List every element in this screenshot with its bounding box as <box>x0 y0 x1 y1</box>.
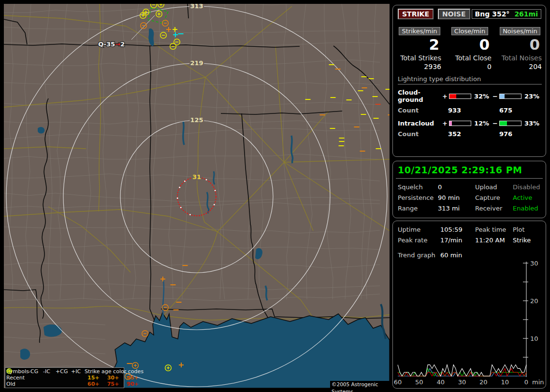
legend-age-row: 15+30+45+ <box>85 375 144 381</box>
bearing-label: Bng 352° <box>475 10 510 18</box>
lightning-distribution: Lightning type distribution Cloud-ground… <box>393 70 546 138</box>
distribution-title: Lightning type distribution <box>398 75 542 84</box>
age-code-15+: 15+ <box>85 375 104 381</box>
minus-sign: − <box>492 93 499 100</box>
upload-status: Disabled <box>513 183 544 191</box>
total-noises-value: 204 <box>497 62 543 70</box>
strike-indicator-button[interactable]: STRIKE <box>398 9 434 19</box>
legend-header: +IC <box>71 368 85 375</box>
minus-sign: − <box>492 120 499 127</box>
trend-series-green <box>398 368 526 376</box>
ring-distance-label: 31 <box>192 173 201 181</box>
bearing-readout: Bng 352°261mi <box>472 9 541 19</box>
app-window: { "header": { "strike_button": "STRIKE",… <box>0 0 550 392</box>
ic-minus-pct: 33% <box>522 120 542 127</box>
age-code-75+: 75+ <box>104 381 124 387</box>
total-strikes-label: Total Strikes <box>397 53 442 62</box>
legend-age-row: 60+75+90+ <box>85 381 144 387</box>
ic-plus-count: 352 <box>448 130 499 138</box>
ring-dot <box>184 181 186 182</box>
ring-distance-label: 219 <box>190 59 203 67</box>
trend-graph-label: Trend graph <box>398 252 440 259</box>
x-tick-label: 30 <box>458 378 466 386</box>
y-tick-label: 30 <box>530 260 538 267</box>
copyright-text: ©2005 Astrogenic Systems <box>330 381 391 388</box>
legend-header: +CG <box>56 368 71 375</box>
strikes-per-min-column: Strikes/min 2 Total Strikes 2936 <box>397 26 442 70</box>
legend-cm-icon <box>29 381 43 387</box>
ring-dot <box>179 187 180 188</box>
x-tick-label: 60 <box>394 378 402 386</box>
y-tick-label: 10 <box>530 335 538 342</box>
persistence-value: 90 min <box>438 194 475 201</box>
ic-plus-pct: 12% <box>472 120 492 127</box>
x-tick-label: 20 <box>479 378 488 386</box>
ic-minus-bar <box>499 121 521 126</box>
capture-label: Capture <box>475 194 513 201</box>
strikes-per-min-header[interactable]: Strikes/min <box>399 27 440 35</box>
range-value: 313 mi <box>438 205 475 212</box>
legend-age-title: Strike age color codes <box>85 368 144 375</box>
cg-plus-pct: 32% <box>472 93 492 100</box>
legend-m-icon <box>43 381 56 387</box>
legend-header: -CG <box>29 368 43 375</box>
noises-per-min-column: Noises/min 0 Total Noises 204 <box>497 26 543 70</box>
legend-p-icon <box>71 381 85 387</box>
noises-per-min-header[interactable]: Noises/min <box>500 27 540 35</box>
peak-time-label: Peak time <box>475 226 513 233</box>
close-per-min-value: 0 <box>447 35 492 53</box>
x-tick-label: 10 <box>501 378 509 386</box>
total-close-label: Total Close <box>447 53 492 62</box>
persistence-label: Persistence <box>398 194 438 201</box>
uptime-value: 105:59 <box>440 226 475 233</box>
trend-series-white <box>398 365 526 376</box>
ring-dot <box>214 204 215 206</box>
ring-distance-label: 125 <box>190 116 203 124</box>
trend-panel: 1020306050403020100min Uptime 105:59 Pea… <box>392 221 546 389</box>
x-tick-label: 50 <box>415 378 423 386</box>
counters-panel: STRIKE NOISE Bng 352°261mi Strikes/min 2… <box>392 5 546 157</box>
ic-plus-bar <box>449 121 471 126</box>
strikes-per-min-value: 2 <box>397 35 442 53</box>
uptime-label: Uptime <box>398 226 440 233</box>
storm-cell-label: Q-35→2 <box>98 41 125 48</box>
legend-header: -IC <box>43 368 56 375</box>
cg-minus-bar <box>499 94 521 99</box>
legend-row-label: Recent <box>6 375 29 381</box>
close-per-min-column: Close/min 0 Total Close 0 <box>447 26 492 70</box>
cg-plus-bar <box>449 94 471 99</box>
plus-sign: + <box>442 120 449 127</box>
ring-dot <box>189 214 191 215</box>
legend-cp-icon <box>56 375 71 381</box>
datetime-display: 10/21/2025 2:29:16 PM <box>396 161 543 179</box>
ic-count-label: Count <box>398 130 448 138</box>
cg-minus-pct: 23% <box>522 93 542 100</box>
range-label: Range <box>398 205 438 212</box>
plus-sign: + <box>442 93 449 100</box>
bearing-distance: 261mi <box>514 10 538 18</box>
x-tick-label: 0 <box>524 378 528 386</box>
cg-plus-count: 933 <box>448 107 499 114</box>
cg-count-label: Count <box>398 107 448 114</box>
ring-dot <box>177 197 178 199</box>
cloud-ground-label: Cloud-ground <box>398 89 442 103</box>
map-canvas: 31321912531 Q-35→2 <box>4 4 390 388</box>
plot-label: Plot <box>513 226 544 233</box>
plot-value: Strike <box>513 237 544 244</box>
capture-status: Active <box>513 194 544 201</box>
squelch-value: 0 <box>438 183 475 191</box>
receiver-status: Enabled <box>513 205 544 212</box>
ic-minus-count: 976 <box>499 130 542 138</box>
noises-per-min-value: 0 <box>497 35 543 53</box>
close-per-min-header[interactable]: Close/min <box>451 27 488 35</box>
x-axis-unit: min <box>532 378 544 386</box>
cg-minus-count: 675 <box>499 107 542 114</box>
peak-rate-value: 17/min <box>440 237 475 244</box>
noise-indicator-button[interactable]: NOISE <box>438 9 470 19</box>
total-strikes-value: 2936 <box>397 62 442 70</box>
legend-m-icon <box>43 375 56 381</box>
peak-time-value: 11:20 AM <box>475 237 513 244</box>
ring-dot <box>180 207 182 209</box>
peak-rate-label: Peak rate <box>398 237 440 244</box>
lightning-map[interactable]: 31321912531 Q-35→2 Symbols-CG-IC+CG+ICSt… <box>4 4 390 388</box>
